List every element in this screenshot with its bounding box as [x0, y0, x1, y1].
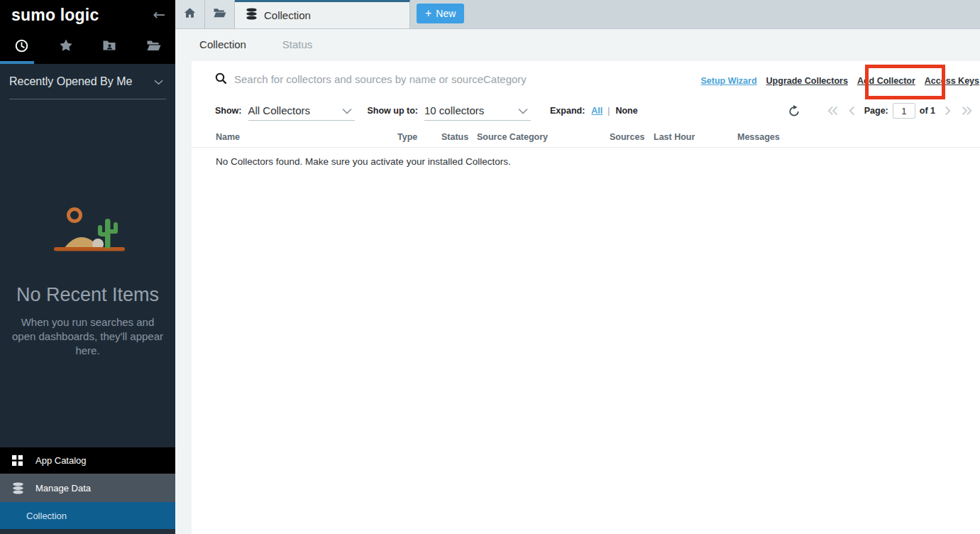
sidebar-item-manage-data[interactable]: Manage Data: [0, 474, 175, 502]
pagination-controls: Page: of 1: [788, 101, 973, 121]
column-header-source-category: Source Category: [477, 132, 548, 142]
search-icon: [215, 72, 227, 87]
grid-icon: [12, 455, 24, 466]
last-page-icon[interactable]: [960, 105, 973, 116]
content-panel: Setup Wizard Upgrade Collectors Add Coll…: [192, 61, 980, 534]
column-header-status: Status: [441, 132, 468, 142]
sidebar-tab-library[interactable]: [131, 30, 175, 64]
recently-opened-header[interactable]: Recently Opened By Me: [9, 64, 166, 99]
folder-icon: [146, 39, 161, 55]
column-header-name: Name: [216, 132, 240, 142]
page-label: Page:: [864, 106, 888, 116]
page-input[interactable]: [893, 103, 915, 119]
browse-folder-button[interactable]: [205, 0, 235, 28]
sidebar-active-tab-indicator: [0, 61, 34, 64]
show-dropdown[interactable]: All Collectors: [248, 101, 355, 121]
sidebar-bottom-strip: [0, 529, 175, 534]
upgrade-collectors-link[interactable]: Upgrade Collectors: [766, 76, 848, 86]
refresh-icon[interactable]: [788, 104, 800, 117]
home-icon: [184, 7, 196, 21]
no-recent-items-description: When you run searches and open dashboard…: [11, 315, 165, 357]
sidebar-bottom-nav: App Catalog Manage Data Collection: [0, 447, 175, 534]
sidebar-tab-favorites[interactable]: [44, 30, 88, 64]
sidebar-empty-state: No Recent Items When you run searches an…: [0, 205, 175, 357]
show-up-to-dropdown[interactable]: 10 collectors: [424, 101, 531, 121]
main-area: Collection + New Collection Status Setup…: [175, 0, 980, 534]
column-header-type: Type: [397, 132, 417, 142]
access-keys-link[interactable]: Access Keys: [925, 76, 979, 86]
new-button-label: New: [436, 8, 456, 19]
sidebar-item-collection[interactable]: Collection: [0, 502, 175, 529]
shared-folder-icon: [102, 39, 116, 55]
sidebar-item-label: Manage Data: [35, 483, 91, 494]
column-header-sources: Sources: [610, 132, 644, 142]
plus-icon: +: [425, 7, 431, 20]
desert-illustration-icon: [43, 246, 133, 258]
search-input[interactable]: [234, 70, 674, 88]
chevron-down-icon: [518, 104, 528, 116]
show-dropdown-value: All Collectors: [248, 104, 311, 116]
document-tab-bar: Collection + New: [175, 0, 980, 29]
collector-action-links: Setup Wizard Upgrade Collectors Add Coll…: [701, 76, 979, 86]
show-up-to-label: Show up to:: [368, 106, 419, 116]
sidebar-item-label: App Catalog: [35, 455, 87, 466]
app-root: sumo logic ←: [0, 0, 980, 534]
new-button[interactable]: + New: [417, 4, 464, 23]
divider: |: [607, 106, 610, 116]
column-header-messages: Messages: [737, 132, 780, 142]
recently-opened-label: Recently Opened By Me: [9, 75, 132, 88]
sidebar-item-app-catalog[interactable]: App Catalog: [0, 447, 175, 474]
expand-all-link[interactable]: All: [591, 106, 602, 116]
sidebar-tab-recents[interactable]: [0, 30, 44, 64]
first-page-icon[interactable]: [827, 105, 839, 116]
brand-logo: sumo logic: [11, 6, 99, 25]
show-up-to-dropdown-value: 10 collectors: [424, 104, 484, 116]
collection-doc-tab[interactable]: Collection: [235, 0, 410, 28]
next-page-icon[interactable]: [944, 105, 952, 116]
setup-wizard-link[interactable]: Setup Wizard: [701, 76, 757, 86]
sidebar-item-label: Collection: [26, 511, 67, 521]
page-of-label: of 1: [920, 106, 935, 116]
star-icon: [59, 38, 73, 55]
clock-icon: [14, 38, 29, 56]
no-recent-items-title: No Recent Items: [0, 284, 175, 306]
table-header-divider: [192, 147, 980, 148]
chevron-down-icon: [154, 75, 163, 88]
section-tabs: Collection Status: [175, 28, 980, 61]
expand-none-label[interactable]: None: [615, 106, 637, 116]
sidebar: sumo logic ←: [0, 0, 175, 534]
add-collector-link[interactable]: Add Collector: [857, 76, 915, 86]
show-label: Show:: [215, 106, 242, 116]
list-controls: Show: All Collectors Show up to: 10 coll…: [215, 101, 638, 121]
folder-icon: [213, 7, 226, 21]
empty-table-message: No Collectors found. Make sure you activ…: [216, 156, 511, 167]
expand-label: Expand:: [550, 106, 585, 116]
sidebar-tab-shared[interactable]: [88, 30, 132, 64]
sidebar-icon-nav: [0, 30, 175, 64]
column-header-last-hour: Last Hour: [654, 132, 695, 142]
sidebar-collapse-button[interactable]: ←: [153, 8, 165, 23]
sidebar-header: sumo logic ←: [0, 0, 175, 30]
chevron-down-icon: [342, 104, 352, 116]
prev-page-icon[interactable]: [848, 105, 856, 116]
doc-tab-label: Collection: [264, 9, 311, 21]
database-icon: [246, 8, 258, 23]
home-button[interactable]: [175, 0, 205, 28]
database-icon: [12, 482, 24, 494]
